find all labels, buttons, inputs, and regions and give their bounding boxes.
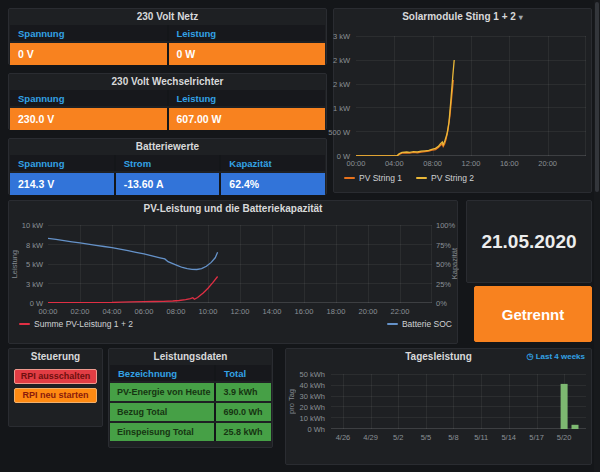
wr-leistung-value: 607.00 W — [169, 108, 326, 130]
tagesleistung-chart-plot[interactable] — [331, 374, 586, 429]
legend-item-batterie-soc[interactable]: Batterie SOC — [387, 319, 452, 329]
column-header-strom[interactable]: Strom — [116, 155, 222, 171]
x-axis-labels: 00:0002:0004:0006:0008:0010:0012:0014:00… — [48, 307, 432, 317]
y-axis-labels: 3 kW2 kW2 kW1 kW500 W0 W — [334, 36, 353, 156]
right-axis-title: Kapazität — [450, 225, 459, 303]
table-value-row: 0 V 0 W — [10, 43, 325, 65]
table-header-row: Spannung Strom Kapazität — [10, 155, 325, 171]
table-row: Einspeisung Total 25.8 kWh — [110, 423, 271, 441]
panel-pv-leistung-chart: PV-Leistung und die Batteriekapazität Le… — [8, 200, 458, 344]
panel-leistungsdaten: Leistungsdaten Bezeichnung Total PV-Ener… — [108, 348, 273, 448]
scrollbar-track[interactable] — [594, 0, 600, 472]
panel-title-solarmodule[interactable]: Solarmodule Sting 1 + 2▾ — [334, 9, 591, 25]
table-header-row: Spannung Leistung — [10, 90, 325, 106]
panel-wechselrichter: 230 Volt Wechselrichter Spannung Leistun… — [8, 73, 327, 130]
grid-status-value: Getrennt — [502, 306, 565, 323]
netz-leistung-value: 0 W — [169, 43, 326, 65]
y-axis-labels-left: 10 kW8 kW5 kW3 kW0 W — [19, 225, 46, 303]
x-axis-labels: 00:0004:0008:0012:0016:0020:00 — [356, 159, 586, 169]
column-header-total[interactable]: Total — [216, 365, 271, 381]
column-header-kapazitaet[interactable]: Kapazität — [221, 155, 325, 171]
row-label: Einspeisung Total — [110, 423, 216, 441]
column-header-leistung[interactable]: Leistung — [169, 90, 326, 106]
panel-solarmodule-chart: Solarmodule Sting 1 + 2▾ 3 kW2 kW2 kW1 k… — [333, 8, 592, 193]
time-range-override: ◷ Last 4 weeks — [526, 352, 585, 361]
dashboard: 230 Volt Netz Spannung Leistung 0 V 0 W … — [0, 0, 600, 472]
panel-title-leistungsdaten[interactable]: Leistungsdaten — [109, 349, 272, 365]
row-value: 690.0 Wh — [216, 403, 271, 421]
panel-title-text: Solarmodule Sting 1 + 2 — [402, 11, 516, 22]
panel-230v-netz: 230 Volt Netz Spannung Leistung 0 V 0 W — [8, 8, 327, 65]
panel-title-wechselrichter[interactable]: 230 Volt Wechselrichter — [9, 74, 326, 90]
table-row: Bezug Total 690.0 Wh — [110, 403, 271, 421]
clock-icon: ◷ — [526, 352, 535, 361]
batt-spannung-value: 214.3 V — [10, 173, 116, 195]
legend-item-summe-pv[interactable]: Summe PV-Leistung 1 + 2 — [19, 319, 133, 329]
panel-title-pv-leistung[interactable]: PV-Leistung und die Batteriekapazität — [9, 201, 457, 217]
solar-chart-plot[interactable] — [356, 36, 586, 156]
wr-spannung-value: 230.0 V — [10, 108, 169, 130]
panel-date: 21.05.2020 — [466, 200, 592, 283]
column-header-spannung[interactable]: Spannung — [10, 155, 116, 171]
panel-title-netz[interactable]: 230 Volt Netz — [9, 9, 326, 25]
netz-spannung-value: 0 V — [10, 43, 169, 65]
row-label: Bezug Total — [110, 403, 216, 421]
batt-kapazitaet-value: 62.4% — [221, 173, 325, 195]
scrollbar-thumb[interactable] — [595, 2, 599, 192]
column-header-leistung[interactable]: Leistung — [169, 25, 326, 41]
pv-chart-plot[interactable] — [48, 225, 432, 303]
chart-legend: PV String 1 PV String 2 — [344, 173, 474, 183]
row-value: 25.8 kWh — [216, 423, 271, 441]
left-axis-title: pro Tag — [287, 374, 296, 429]
column-header-spannung[interactable]: Spannung — [10, 25, 169, 41]
current-date: 21.05.2020 — [481, 231, 576, 253]
legend-item-pv-string-2[interactable]: PV String 2 — [416, 173, 474, 183]
table-header-row: Bezeichnung Total — [110, 365, 271, 381]
table-value-row: 214.3 V -13.60 A 62.4% — [10, 173, 325, 195]
column-header-bezeichnung[interactable]: Bezeichnung — [110, 365, 216, 381]
y-axis-labels: 50 kWh40 kWh30 kWh20 kWh10 kWh0 Wh — [298, 374, 328, 429]
panel-tagesleistung: Tagesleistung ◷ Last 4 weeks pro Tag 50 … — [285, 348, 592, 465]
table-value-row: 230.0 V 607.00 W — [10, 108, 325, 130]
panel-batteriewerte: Batteriewerte Spannung Strom Kapazität 2… — [8, 138, 327, 195]
x-axis-labels: 4/264/295/25/55/85/115/145/175/20 — [331, 433, 586, 443]
panel-grid-status: Getrennt — [474, 286, 592, 342]
table-header-row: Spannung Leistung — [10, 25, 325, 41]
row-label: PV-Energie von Heute — [110, 383, 216, 401]
column-header-spannung[interactable]: Spannung — [10, 90, 169, 106]
left-axis-title: Leistung — [10, 225, 19, 303]
legend-item-pv-string-1[interactable]: PV String 1 — [344, 173, 402, 183]
panel-title-batteriewerte[interactable]: Batteriewerte — [9, 139, 326, 155]
rpi-restart-button[interactable]: RPI neu starten — [14, 388, 97, 403]
legend-color-swatch — [19, 323, 30, 325]
panel-title-steuerung[interactable]: Steuerung — [9, 349, 102, 365]
rpi-shutdown-button[interactable]: RPI ausschalten — [14, 369, 97, 384]
legend-color-swatch — [416, 177, 427, 179]
panel-steuerung: Steuerung RPI ausschalten RPI neu starte… — [8, 348, 103, 427]
batt-strom-value: -13.60 A — [116, 173, 222, 195]
chevron-down-icon: ▾ — [519, 13, 523, 22]
row-value: 3.9 kWh — [216, 383, 271, 401]
legend-color-swatch — [344, 177, 355, 179]
table-row: PV-Energie von Heute 3.9 kWh — [110, 383, 271, 401]
legend-color-swatch — [387, 323, 398, 325]
